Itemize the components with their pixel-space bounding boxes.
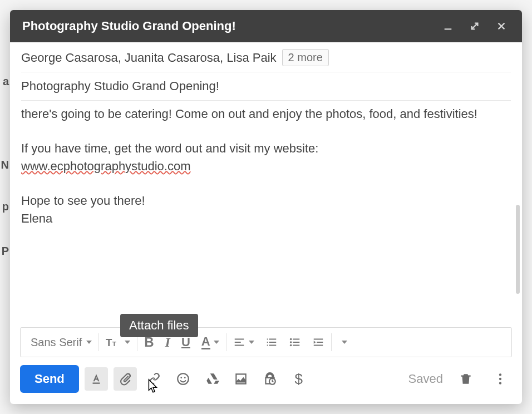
svg-point-9 xyxy=(178,373,189,385)
bold-button[interactable]: B xyxy=(139,328,159,357)
svg-point-8 xyxy=(290,344,292,347)
bulleted-list-icon xyxy=(289,336,301,348)
insert-link-button[interactable] xyxy=(142,367,166,391)
attach-files-button[interactable] xyxy=(114,367,137,391)
svg-point-7 xyxy=(290,341,292,343)
minimize-icon xyxy=(443,21,453,31)
insert-money-button[interactable]: $ xyxy=(287,367,311,391)
svg-point-10 xyxy=(180,377,182,378)
confidential-mode-button[interactable] xyxy=(258,367,282,391)
chevron-down-icon xyxy=(342,341,347,344)
chevron-down-icon xyxy=(125,341,130,344)
text-color-icon: A xyxy=(201,336,210,349)
italic-button[interactable]: I xyxy=(160,328,176,357)
drive-icon xyxy=(205,372,219,386)
svg-point-13 xyxy=(499,373,501,376)
numbered-list-icon xyxy=(265,336,278,348)
link-icon xyxy=(147,372,161,386)
svg-point-6 xyxy=(290,338,292,341)
kebab-icon xyxy=(493,372,508,386)
indent-button[interactable] xyxy=(307,328,330,357)
expand-icon xyxy=(470,21,480,31)
more-options-button[interactable] xyxy=(489,367,512,391)
align-button[interactable] xyxy=(228,328,260,357)
font-family-dropdown[interactable]: Sans Serif xyxy=(25,328,97,357)
svg-point-15 xyxy=(499,382,501,384)
svg-point-14 xyxy=(499,378,501,380)
formatting-toolbar: Sans Serif TT B I U A xyxy=(20,327,512,357)
numbered-list-button[interactable] xyxy=(260,328,283,357)
body-paragraph-3: Hope to see you there! xyxy=(21,192,511,210)
italic-icon: I xyxy=(165,335,170,350)
insert-photo-button[interactable] xyxy=(229,367,253,391)
fullscreen-button[interactable] xyxy=(466,18,483,34)
recipients-more-badge[interactable]: 2 more xyxy=(282,49,329,66)
close-icon xyxy=(496,21,506,31)
text-size-icon: TT xyxy=(106,334,121,350)
insert-emoji-button[interactable] xyxy=(171,367,195,391)
indent-icon xyxy=(312,336,324,348)
more-formatting-button[interactable] xyxy=(333,328,353,357)
bottom-bar: Send $ Saved xyxy=(10,357,522,404)
body-paragraph-1: there's going to be catering! Come on ou… xyxy=(21,105,511,123)
close-button[interactable] xyxy=(493,18,510,34)
text-format-icon xyxy=(89,372,104,386)
chevron-down-icon xyxy=(249,341,254,344)
body-signature: Elena xyxy=(21,210,511,228)
font-size-dropdown[interactable]: TT xyxy=(100,328,136,357)
svg-text:T: T xyxy=(112,340,116,347)
scrollbar-thumb[interactable] xyxy=(516,205,520,294)
font-family-label: Sans Serif xyxy=(31,336,83,349)
email-body[interactable]: there's going to be catering! Come on ou… xyxy=(10,99,522,324)
lock-clock-icon xyxy=(263,372,277,386)
window-title: Photography Studio Grand Opening! xyxy=(22,19,430,33)
bulleted-list-button[interactable] xyxy=(283,328,307,357)
saved-label: Saved xyxy=(408,372,443,386)
dollar-icon: $ xyxy=(295,371,303,388)
titlebar: Photography Studio Grand Opening! xyxy=(10,10,522,42)
emoji-icon xyxy=(176,372,190,386)
svg-point-11 xyxy=(184,377,186,378)
underline-icon: U xyxy=(181,335,190,349)
bold-icon: B xyxy=(144,334,154,350)
compose-window: Photography Studio Grand Opening! George… xyxy=(10,10,522,404)
insert-drive-button[interactable] xyxy=(200,367,224,391)
text-color-button[interactable]: A xyxy=(196,328,225,357)
underline-button[interactable]: U xyxy=(176,328,196,357)
align-icon xyxy=(233,336,245,348)
chevron-down-icon xyxy=(86,341,92,344)
body-link[interactable]: www.ecphotographystudio.com xyxy=(21,159,191,173)
subject-text: Photography Studio Grand Opening! xyxy=(21,79,219,93)
recipients-text: George Casarosa, Juanita Casarosa, Lisa … xyxy=(21,51,277,65)
formatting-toggle-button[interactable] xyxy=(85,367,108,391)
svg-line-1 xyxy=(472,23,478,29)
image-icon xyxy=(234,372,248,386)
discard-draft-button[interactable] xyxy=(454,367,477,391)
paperclip-icon xyxy=(118,372,132,386)
chevron-down-icon xyxy=(214,341,219,344)
subject-row[interactable]: Photography Studio Grand Opening! xyxy=(10,72,522,99)
body-paragraph-2: If you have time, get the word out and v… xyxy=(21,140,511,157)
minimize-button[interactable] xyxy=(440,18,456,34)
background-left-strip: a N p P xyxy=(0,0,10,414)
send-button[interactable]: Send xyxy=(20,365,79,393)
recipients-row[interactable]: George Casarosa, Juanita Casarosa, Lisa … xyxy=(10,42,522,72)
svg-text:T: T xyxy=(106,337,112,348)
trash-icon xyxy=(459,372,473,386)
